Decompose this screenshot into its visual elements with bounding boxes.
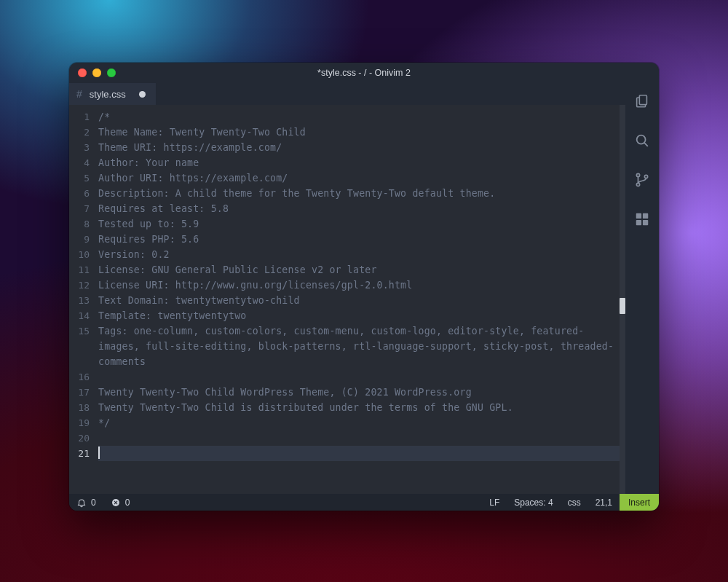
svg-rect-8	[636, 220, 641, 225]
dirty-indicator-icon	[139, 91, 146, 98]
notifications-indicator[interactable]: 0	[69, 494, 103, 511]
code-line[interactable]	[98, 369, 620, 385]
zoom-window-button[interactable]	[107, 68, 116, 77]
bell-icon	[76, 498, 87, 508]
text-cursor	[98, 447, 100, 459]
line-number: 1	[69, 109, 90, 125]
line-number: 3	[69, 140, 90, 155]
main-column: # style.css 123456789101112131415 161718…	[69, 83, 625, 494]
line-number: 10	[69, 247, 90, 262]
line-number: 11	[69, 262, 90, 278]
line-number: 7	[69, 201, 90, 216]
code-line[interactable]: Tested up to: 5.9	[98, 216, 620, 232]
svg-point-1	[637, 135, 646, 144]
line-number: 16	[69, 369, 90, 385]
line-number: 14	[69, 308, 90, 323]
code-line[interactable]: /*	[98, 109, 620, 125]
code-line[interactable]: Twenty Twenty-Two Child WordPress Theme,…	[98, 385, 620, 400]
line-number: 2	[69, 125, 90, 140]
line-number: 13	[69, 293, 90, 308]
code-line[interactable]: */	[98, 415, 620, 430]
svg-rect-9	[643, 220, 648, 225]
line-number-pad	[69, 354, 90, 369]
code-line[interactable]: Author URI: https://example.com/	[98, 170, 620, 186]
line-number: 12	[69, 278, 90, 293]
code-line[interactable]: Twenty Twenty-Two Child is distributed u…	[98, 400, 620, 415]
editor-window: *style.css - / - Onivim 2 # style.css 12…	[69, 63, 659, 511]
code-line[interactable]: License: GNU General Public License v2 o…	[98, 262, 620, 278]
scrollbar-thumb[interactable]	[620, 298, 625, 314]
line-number: 17	[69, 385, 90, 400]
error-icon	[111, 498, 121, 508]
svg-point-4	[636, 183, 639, 186]
cursor-position-indicator[interactable]: 21,1	[588, 498, 620, 508]
errors-count: 0	[125, 498, 130, 508]
code-line[interactable]	[98, 446, 620, 461]
files-icon[interactable]	[634, 93, 650, 112]
svg-rect-6	[636, 213, 641, 219]
code-line[interactable]: Description: A child theme for the Twent…	[98, 186, 620, 201]
window-controls	[78, 68, 116, 77]
svg-point-3	[636, 173, 639, 176]
svg-line-2	[644, 143, 648, 146]
line-number-pad	[69, 339, 90, 354]
svg-point-5	[644, 175, 647, 178]
code-line[interactable]	[98, 430, 620, 446]
tab-filename: style.css	[90, 89, 126, 100]
indentation-indicator[interactable]: Spaces: 4	[507, 498, 560, 508]
notifications-count: 0	[91, 498, 96, 508]
errors-indicator[interactable]: 0	[103, 494, 138, 511]
line-number: 4	[69, 155, 90, 170]
line-number: 19	[69, 415, 90, 430]
code-line[interactable]: Text Domain: twentytwentytwo-child	[98, 293, 620, 308]
code-line[interactable]: Theme URI: https://example.com/	[98, 140, 620, 155]
file-type-icon: #	[76, 88, 82, 100]
code-line[interactable]: Template: twentytwentytwo	[98, 308, 620, 323]
scrollbar-track[interactable]	[620, 105, 625, 494]
line-number: 18	[69, 400, 90, 415]
window-body: # style.css 123456789101112131415 161718…	[69, 83, 659, 494]
editor-mode-indicator[interactable]: Insert	[620, 494, 659, 511]
line-number-gutter: 123456789101112131415 161718192021	[69, 105, 94, 494]
minimize-window-button[interactable]	[92, 68, 101, 77]
search-icon[interactable]	[634, 133, 650, 152]
status-bar: 0 0 LF Spaces: 4 css 21,1 Insert	[69, 494, 659, 511]
tab-style-css[interactable]: # style.css	[69, 83, 156, 105]
code-line[interactable]: Author: Your name	[98, 155, 620, 170]
window-title: *style.css - / - Onivim 2	[69, 68, 659, 78]
code-line[interactable]: Theme Name: Twenty Twenty-Two Child	[98, 125, 620, 140]
line-number: 8	[69, 216, 90, 232]
code-line[interactable]: Tags: one-column, custom-colors, custom-…	[98, 323, 620, 369]
line-number: 9	[69, 232, 90, 247]
svg-rect-0	[639, 95, 646, 105]
git-branch-icon[interactable]	[634, 172, 650, 191]
close-window-button[interactable]	[78, 68, 87, 77]
titlebar[interactable]: *style.css - / - Onivim 2	[69, 63, 659, 83]
line-number: 21	[69, 446, 90, 461]
line-number: 20	[69, 430, 90, 446]
tab-bar: # style.css	[69, 83, 625, 105]
code-line[interactable]: Version: 0.2	[98, 247, 620, 262]
editor-area: 123456789101112131415 161718192021 /*The…	[69, 105, 625, 494]
line-ending-indicator[interactable]: LF	[482, 498, 507, 508]
grid-icon[interactable]	[634, 211, 650, 230]
code-line[interactable]: Requires at least: 5.8	[98, 201, 620, 216]
line-number: 6	[69, 186, 90, 201]
line-number: 5	[69, 170, 90, 186]
language-indicator[interactable]: css	[561, 498, 588, 508]
code-line[interactable]: Requires PHP: 5.6	[98, 232, 620, 247]
activity-bar	[625, 83, 659, 494]
line-number: 15	[69, 323, 90, 339]
code-editor[interactable]: /*Theme Name: Twenty Twenty-Two ChildThe…	[94, 105, 620, 494]
svg-rect-7	[643, 213, 648, 219]
code-line[interactable]: License URI: http://www.gnu.org/licenses…	[98, 278, 620, 293]
